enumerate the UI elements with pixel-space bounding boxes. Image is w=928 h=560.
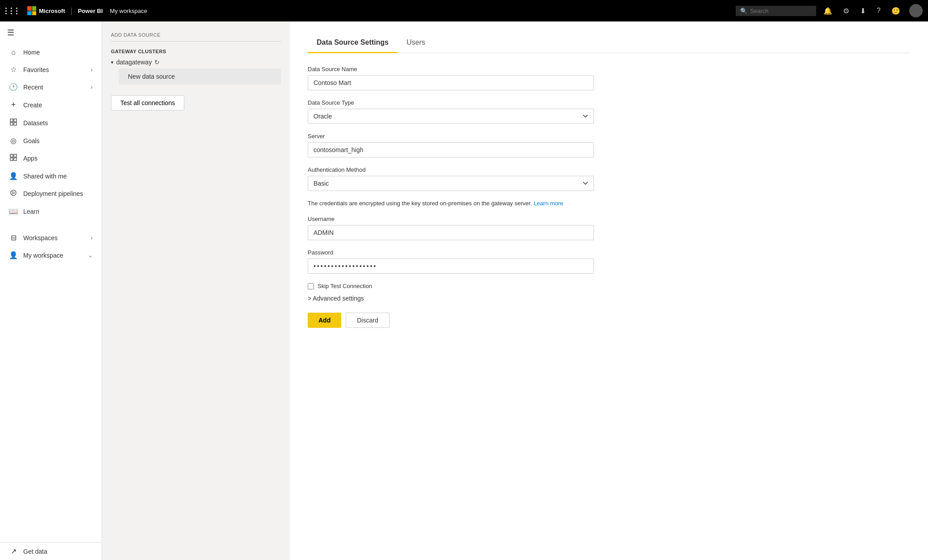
sidebar-item-home[interactable]: ⌂ Home <box>0 44 102 61</box>
advanced-settings-toggle[interactable]: > Advanced settings <box>308 295 594 302</box>
shared-icon: 👤 <box>9 172 18 180</box>
apps-icon <box>9 154 18 163</box>
sidebar-item-favorites[interactable]: ☆ Favorites › <box>0 61 102 78</box>
gateway-clusters-label: GATEWAY CLUSTERS <box>111 49 281 54</box>
logo-squares <box>27 6 36 15</box>
sidebar-item-home-label: Home <box>23 49 40 56</box>
sidebar-item-datasets[interactable]: Datasets <box>0 114 102 132</box>
settings-icon[interactable]: ⚙ <box>839 5 853 17</box>
help-icon[interactable]: ? <box>873 5 884 17</box>
server-label: Server <box>308 133 594 140</box>
data-source-type-select[interactable]: Oracle SQL Server PostgreSQL MySQL <box>308 109 594 124</box>
test-all-connections-button[interactable]: Test all connections <box>111 95 184 110</box>
discard-button[interactable]: Discard <box>346 313 389 328</box>
notifications-icon[interactable]: 🔔 <box>820 5 836 17</box>
tabs: Data Source Settings Users <box>308 34 910 53</box>
password-input[interactable] <box>308 259 594 274</box>
apps-grid-icon[interactable] <box>5 8 20 14</box>
sidebar-item-apps-label: Apps <box>23 155 38 162</box>
sidebar-item-apps[interactable]: Apps <box>0 149 102 167</box>
search-icon: 🔍 <box>740 8 747 14</box>
data-source-name-input[interactable] <box>308 75 594 90</box>
search-input[interactable] <box>750 8 812 14</box>
password-group: Password <box>308 249 594 274</box>
gateway-name: datagateway <box>116 59 152 66</box>
download-icon[interactable]: ⬇ <box>856 5 869 17</box>
sidebar-item-shared-with-me[interactable]: 👤 Shared with me <box>0 167 102 185</box>
skip-test-checkbox[interactable] <box>308 283 314 289</box>
goals-icon: ◎ <box>9 136 18 145</box>
chevron-right-icon: › <box>91 67 93 73</box>
chevron-right-icon: › <box>91 84 93 90</box>
sidebar-item-goals[interactable]: ◎ Goals <box>0 132 102 149</box>
data-source-name-group: Data Source Name <box>308 66 594 90</box>
get-data-icon: ↗ <box>9 547 18 556</box>
sidebar-toggle[interactable]: ☰ <box>0 21 102 44</box>
svg-rect-0 <box>10 119 13 122</box>
new-data-source-item[interactable]: New data source <box>119 68 281 85</box>
sidebar-item-deployment-label: Deployment pipelines <box>23 190 83 197</box>
auth-method-group: Authentication Method Basic Windows OAut… <box>308 166 594 191</box>
sidebar-item-goals-label: Goals <box>23 137 40 144</box>
sidebar-item-create-label: Create <box>23 102 42 109</box>
chevron-down-icon: ⌄ <box>88 252 93 259</box>
workspaces-icon: ⊟ <box>9 233 18 242</box>
gateway-refresh-icon[interactable]: ↻ <box>154 59 160 66</box>
svg-rect-4 <box>10 154 13 157</box>
create-icon: + <box>9 100 18 110</box>
auth-method-label: Authentication Method <box>308 166 594 173</box>
sidebar-item-get-data-label: Get data <box>23 548 47 555</box>
user-avatar[interactable] <box>909 4 923 17</box>
recent-icon: 🕐 <box>9 83 18 91</box>
username-input[interactable] <box>308 225 594 240</box>
data-source-type-group: Data Source Type Oracle SQL Server Postg… <box>308 99 594 124</box>
svg-point-8 <box>11 190 16 195</box>
gateway-cluster-item[interactable]: ▾ datagateway ↻ <box>111 59 281 66</box>
svg-rect-1 <box>14 119 17 122</box>
tab-users[interactable]: Users <box>398 34 434 53</box>
microsoft-logo: Microsoft <box>27 6 65 15</box>
microsoft-brand: Microsoft <box>39 8 65 14</box>
sidebar-item-recent[interactable]: 🕐 Recent › <box>0 78 102 96</box>
main-layout: ☰ ⌂ Home ☆ Favorites › 🕐 Recent › + Crea… <box>0 21 928 560</box>
sidebar-bottom: ↗ Get data <box>0 542 102 560</box>
tab-data-source-settings[interactable]: Data Source Settings <box>308 34 398 53</box>
skip-test-label[interactable]: Skip Test Connection <box>318 283 372 289</box>
nav-separator: | <box>71 6 73 16</box>
data-source-name-label: Data Source Name <box>308 66 594 72</box>
sidebar-item-learn-label: Learn <box>23 208 39 215</box>
server-input[interactable] <box>308 142 594 157</box>
deployment-icon <box>9 189 18 198</box>
learn-icon: 📖 <box>9 207 18 216</box>
sidebar-item-get-data[interactable]: ↗ Get data <box>0 543 102 560</box>
learn-more-link[interactable]: Learn more <box>534 200 563 207</box>
top-navigation: Microsoft | Power BI My workspace 🔍 🔔 ⚙ … <box>0 0 928 21</box>
app-name: Power BI <box>78 8 103 14</box>
sidebar-item-my-workspace[interactable]: 👤 My workspace ⌄ <box>0 246 102 264</box>
sidebar-item-learn[interactable]: 📖 Learn <box>0 203 102 220</box>
favorites-icon: ☆ <box>9 65 18 74</box>
svg-rect-6 <box>10 158 13 161</box>
feedback-icon[interactable]: 🙂 <box>888 5 904 17</box>
sidebar-item-workspaces[interactable]: ⊟ Workspaces › <box>0 229 102 246</box>
svg-rect-5 <box>14 154 17 157</box>
add-button[interactable]: Add <box>308 313 341 328</box>
auth-method-select[interactable]: Basic Windows OAuth2 <box>308 176 594 191</box>
home-icon: ⌂ <box>9 48 18 56</box>
search-box[interactable]: 🔍 <box>736 6 816 16</box>
credentials-note: The credentials are encrypted using the … <box>308 200 594 207</box>
sidebar-item-deployment-pipelines[interactable]: Deployment pipelines <box>0 185 102 203</box>
username-group: Username <box>308 216 594 240</box>
server-group: Server <box>308 133 594 157</box>
svg-rect-2 <box>10 123 13 125</box>
data-source-form: Data Source Name Data Source Type Oracle… <box>308 66 594 328</box>
sidebar-item-favorites-label: Favorites <box>23 66 49 73</box>
sidebar-item-my-workspace-label: My workspace <box>23 252 63 259</box>
svg-rect-3 <box>14 123 17 125</box>
skip-test-connection-group: Skip Test Connection <box>308 283 594 289</box>
content-area: ADD DATA SOURCE GATEWAY CLUSTERS ▾ datag… <box>102 21 928 560</box>
sidebar-item-create[interactable]: + Create <box>0 96 102 114</box>
sidebar-item-datasets-label: Datasets <box>23 119 48 127</box>
form-actions: Add Discard <box>308 313 594 328</box>
datasets-icon <box>9 119 18 127</box>
